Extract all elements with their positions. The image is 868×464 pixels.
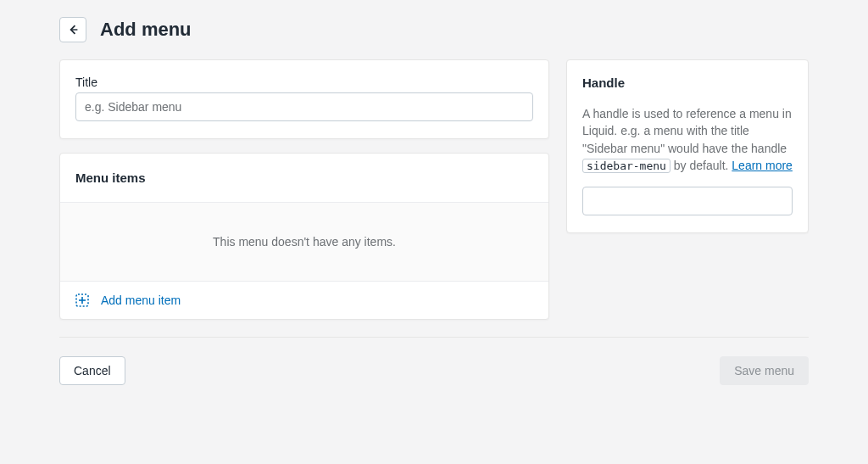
back-button[interactable] — [59, 17, 86, 42]
add-menu-item-label: Add menu item — [101, 293, 181, 307]
save-menu-button[interactable]: Save menu — [720, 356, 809, 385]
arrow-left-icon — [65, 22, 81, 37]
menu-items-empty: This menu doesn't have any items. — [60, 202, 548, 281]
title-input[interactable] — [75, 92, 533, 121]
handle-card: Handle A handle is used to reference a m… — [566, 59, 809, 233]
add-circle-icon — [75, 293, 89, 307]
handle-heading: Handle — [582, 75, 793, 90]
title-card: Title — [59, 59, 549, 139]
handle-description: A handle is used to reference a menu in … — [582, 105, 793, 175]
learn-more-link[interactable]: Learn more — [732, 159, 793, 172]
page-header: Add menu — [59, 17, 809, 42]
page-title: Add menu — [100, 19, 192, 41]
title-label: Title — [75, 75, 533, 89]
svg-rect-0 — [70, 29, 77, 30]
handle-input[interactable] — [582, 187, 793, 215]
svg-rect-3 — [79, 299, 86, 301]
handle-example-code: sidebar-menu — [582, 159, 670, 173]
add-menu-item-button[interactable]: Add menu item — [60, 281, 548, 319]
menu-items-card: Menu items This menu doesn't have any it… — [59, 153, 549, 320]
footer-actions: Cancel Save menu — [59, 338, 809, 404]
menu-items-heading: Menu items — [60, 154, 548, 202]
cancel-button[interactable]: Cancel — [59, 356, 125, 385]
